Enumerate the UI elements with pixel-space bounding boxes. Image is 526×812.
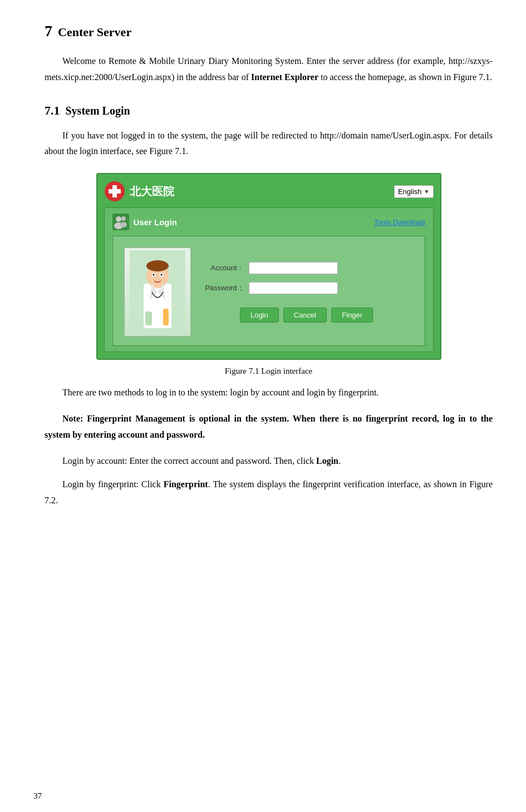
- svg-rect-19: [163, 309, 169, 325]
- chapter-title: Center Server: [58, 25, 131, 39]
- section-title: System Login: [66, 105, 130, 117]
- chapter-heading: 7 Center Server: [45, 22, 493, 40]
- svg-point-15: [160, 274, 162, 276]
- svg-point-7: [120, 222, 127, 227]
- login-button[interactable]: Login: [240, 308, 279, 323]
- password-row: Password：: [200, 282, 414, 294]
- intro-suffix: to access the homepage, as shown in Figu…: [321, 72, 492, 82]
- para3-bold: Login: [316, 456, 338, 466]
- hospital-name: 北大医院: [130, 184, 174, 199]
- language-value: English: [398, 187, 422, 196]
- finger-button[interactable]: Finger: [331, 308, 373, 323]
- account-input[interactable]: [249, 262, 338, 274]
- user-login-icon: [112, 214, 129, 230]
- password-label: Password：: [200, 283, 244, 293]
- svg-point-4: [116, 216, 121, 222]
- intro-paragraph: Welcome to Remote & Mobile Urinary Diary…: [45, 53, 493, 86]
- svg-point-6: [121, 216, 126, 221]
- figure-caption: Figure 7.1 Login interface: [225, 367, 312, 376]
- hospital-logo: 北大医院: [104, 181, 174, 202]
- login-body: User Login Tools Download: [104, 207, 434, 352]
- login-body-header: User Login Tools Download: [112, 214, 425, 230]
- paragraph-4: Login by fingerprint: Click Fingerprint.…: [45, 477, 493, 509]
- button-row: Login Cancel Finger: [200, 308, 414, 323]
- user-login-section: User Login: [112, 214, 177, 230]
- password-input[interactable]: [249, 282, 338, 294]
- page-number: 37: [33, 791, 42, 801]
- dropdown-arrow-icon: ▼: [424, 189, 430, 195]
- login-form-content: Account： Password： Login Cancel Finger: [112, 236, 425, 346]
- form-area: Account： Password： Login Cancel Finger: [200, 247, 414, 336]
- chapter-number: 7: [45, 22, 52, 40]
- para4-bold: Fingerprint: [164, 479, 208, 489]
- paragraph-3: Login by account: Enter the correct acco…: [45, 453, 493, 469]
- tools-download-link[interactable]: Tools Download: [374, 218, 425, 226]
- cancel-button[interactable]: Cancel: [283, 308, 327, 323]
- svg-point-11: [146, 260, 169, 271]
- language-selector[interactable]: English ▼: [394, 185, 434, 198]
- section-heading: 7.1 System Login: [45, 103, 493, 118]
- svg-rect-2: [109, 189, 121, 194]
- svg-rect-18: [145, 311, 152, 325]
- user-login-label: User Login: [134, 217, 177, 227]
- intro-bold: Internet Explorer: [251, 72, 318, 82]
- account-label: Account：: [200, 263, 244, 273]
- note-paragraph: Note: Fingerprint Management is optional…: [45, 411, 493, 443]
- hospital-cross-icon: [104, 181, 125, 202]
- login-header: 北大医院 English ▼: [104, 181, 434, 202]
- doctor-illustration: [130, 250, 185, 334]
- account-row: Account：: [200, 262, 414, 274]
- paragraph-1: If you have not logged in to the system,…: [45, 128, 493, 160]
- section-number: 7.1: [45, 103, 60, 118]
- doctor-image: [124, 247, 191, 336]
- svg-point-14: [153, 274, 154, 276]
- login-interface-box: 北大医院 English ▼: [96, 173, 441, 360]
- figure-7-1: 北大医院 English ▼: [45, 173, 493, 376]
- paragraph-2: There are two methods to log in to the s…: [45, 385, 493, 401]
